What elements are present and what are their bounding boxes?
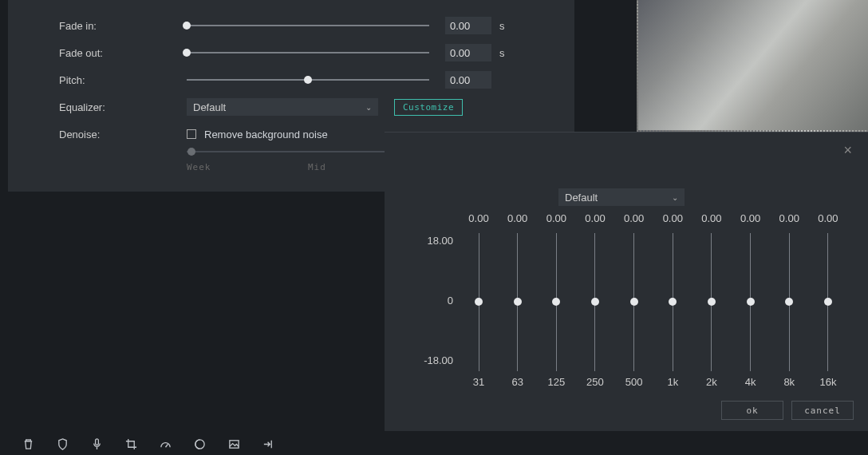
eq-band-value: 0.00 [818,212,838,231]
eq-scale-mid: 0 [415,295,453,307]
eq-band-8k: 0.008k [773,212,805,388]
shield-icon[interactable] [57,438,69,450]
trash-icon[interactable] [22,438,34,450]
eq-band-value: 0.00 [585,212,605,231]
eq-band-slider[interactable] [673,233,673,371]
pitch-slider[interactable] [187,79,429,81]
eq-band-freq: 2k [706,376,717,388]
crop-icon[interactable] [125,438,137,450]
eq-band-thumb[interactable] [475,298,483,306]
eq-band-slider[interactable] [517,233,518,371]
eq-preset-dropdown[interactable]: Default ⌄ [558,188,685,206]
fade-out-slider[interactable] [187,52,429,53]
eq-scale: 18.00 0 -18.00 [415,235,453,366]
denoise-mid-label: Mid [308,162,326,172]
eq-band-slider[interactable] [556,233,557,371]
eq-band-freq: 1k [667,376,678,388]
fade-in-thumb[interactable] [183,22,191,30]
color-icon[interactable] [194,438,206,450]
eq-band-slider[interactable] [633,233,634,371]
eq-band-value: 0.00 [624,212,644,231]
eq-band-250: 0.00250 [579,212,611,388]
eq-band-thumb[interactable] [785,298,793,306]
close-icon[interactable]: × [843,142,852,159]
eq-band-thumb[interactable] [630,298,638,306]
eq-band-value: 0.00 [740,212,760,231]
eq-band-slider[interactable] [789,233,790,371]
denoise-checkbox[interactable] [187,129,196,139]
eq-band-1k: 0.001k [657,212,688,388]
eq-band-4k: 0.004k [735,212,767,388]
pitch-row: Pitch: [59,66,550,93]
chevron-down-icon: ⌄ [365,103,372,112]
eq-band-125: 0.00125 [540,212,572,388]
eq-band-31: 0.0031 [463,212,495,388]
customize-button[interactable]: Customize [394,99,463,116]
speed-icon[interactable] [160,438,172,450]
pitch-label: Pitch: [59,74,187,86]
eq-ok-button[interactable]: ok [721,401,783,420]
eq-band-freq: 16k [819,376,836,388]
pitch-thumb[interactable] [304,76,312,84]
denoise-thumb[interactable] [187,148,195,156]
equalizer-preset-dropdown[interactable]: Default ⌄ [187,98,378,116]
eq-band-slider[interactable] [594,233,595,371]
eq-band-16k: 0.0016k [812,212,844,388]
eq-band-thumb[interactable] [591,298,599,306]
eq-bands-area: 18.00 0 -18.00 0.00310.00630.001250.0025… [415,212,844,388]
eq-band-thumb[interactable] [824,298,832,306]
eq-band-value: 0.00 [779,212,799,231]
eq-band-freq: 31 [473,376,484,388]
eq-band-slider[interactable] [711,233,712,371]
fade-in-label: Fade in: [59,20,187,32]
fade-out-thumb[interactable] [183,49,191,57]
eq-band-freq: 125 [547,376,565,388]
eq-band-thumb[interactable] [552,298,560,306]
pitch-value[interactable] [445,71,491,89]
eq-scale-max: 18.00 [415,235,453,247]
chevron-down-icon: ⌄ [672,193,678,202]
bottom-toolbar [0,433,383,455]
microphone-icon[interactable] [91,438,103,450]
denoise-label: Denoise: [59,129,187,140]
eq-band-freq: 4k [745,376,756,388]
video-preview [637,0,868,132]
svg-rect-2 [230,440,239,447]
eq-band-thumb[interactable] [708,298,716,306]
eq-band-500: 0.00500 [618,212,650,388]
eq-band-thumb[interactable] [669,298,677,306]
eq-band-freq: 8k [783,376,795,388]
equalizer-row: Equalizer: Default ⌄ Customize [59,93,550,121]
export-icon[interactable] [262,438,274,450]
eq-band-value: 0.00 [701,212,721,231]
eq-scale-min: -18.00 [415,354,453,366]
fade-out-value[interactable] [445,44,491,61]
eq-band-thumb[interactable] [514,298,522,306]
fade-out-row: Fade out: s [59,39,550,66]
eq-band-2k: 0.002k [696,212,728,388]
eq-band-63: 0.0063 [502,212,534,388]
fade-in-value[interactable] [445,17,491,34]
fade-in-slider[interactable] [187,25,429,26]
equalizer-preset-text: Default [193,101,226,113]
eq-band-freq: 500 [625,376,643,388]
eq-band-freq: 63 [511,376,523,388]
eq-band-value: 0.00 [663,212,683,231]
eq-preset-text: Default [565,192,598,204]
eq-band-value: 0.00 [507,212,527,231]
fade-out-unit: s [499,47,505,59]
eq-band-slider[interactable] [750,233,751,371]
svg-rect-0 [96,438,99,445]
fade-in-row: Fade in: s [59,12,550,39]
eq-band-thumb[interactable] [747,298,755,306]
eq-band-value: 0.00 [546,212,566,231]
equalizer-label: Equalizer: [59,101,187,113]
equalizer-dialog: × Default ⌄ 18.00 0 -18.00 0.00310.00630… [385,132,868,431]
eq-band-slider[interactable] [827,233,828,371]
image-icon[interactable] [228,438,240,450]
fade-in-unit: s [499,20,505,32]
eq-band-freq: 250 [586,376,604,388]
eq-cancel-button[interactable]: cancel [791,401,854,420]
eq-band-value: 0.00 [468,212,488,231]
eq-band-slider[interactable] [479,233,479,371]
